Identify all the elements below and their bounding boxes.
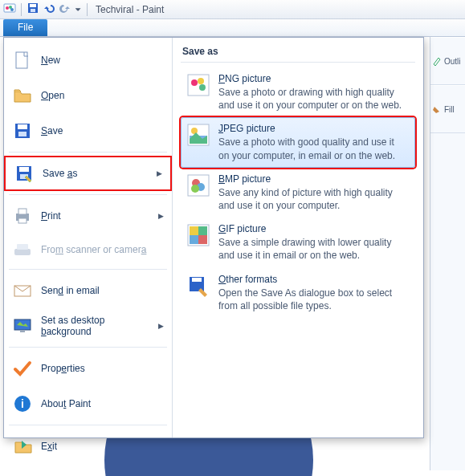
new-icon	[12, 50, 33, 71]
svg-rect-18	[17, 244, 28, 250]
submenu-arrow-icon: ▶	[157, 169, 162, 177]
svg-rect-21	[20, 330, 25, 332]
svg-rect-6	[31, 9, 35, 12]
svg-point-34	[191, 185, 199, 193]
menu-label: Exit	[41, 441, 57, 452]
app-icon	[3, 2, 16, 17]
menu-item-about[interactable]: i About Paint	[4, 386, 172, 421]
format-title: GIF picture	[218, 223, 403, 234]
file-menu-list: New Open Save Save as ▶	[4, 38, 173, 437]
menu-item-new[interactable]: New	[4, 43, 172, 78]
format-other[interactable]: Other formats Open the Save As dialogue …	[181, 268, 415, 318]
svg-point-3	[10, 8, 14, 11]
menu-label: Properties	[41, 363, 85, 374]
svg-rect-39	[198, 235, 207, 244]
separator	[9, 194, 167, 195]
menu-item-save[interactable]: Save	[4, 113, 172, 148]
svg-rect-7	[16, 52, 27, 68]
svg-rect-38	[190, 235, 198, 244]
window-title: Techviral - Paint	[92, 4, 164, 15]
png-icon	[186, 73, 210, 97]
redo-icon[interactable]	[59, 2, 71, 17]
svg-rect-9	[18, 124, 27, 129]
menu-item-properties[interactable]: Properties	[4, 351, 172, 386]
other-formats-icon	[186, 274, 210, 298]
file-menu-panel: New Open Save Save as ▶	[3, 37, 424, 438]
format-desc: Save a photo or drawing with high qualit…	[218, 86, 403, 112]
menu-item-print[interactable]: Print ▶	[4, 198, 172, 234]
separator	[21, 3, 22, 16]
separator	[87, 3, 88, 16]
bmp-icon	[186, 173, 210, 197]
menu-item-open[interactable]: Open	[4, 78, 172, 113]
menu-item-desktop-bg[interactable]: Set as desktop background ▶	[4, 308, 172, 344]
svg-rect-41	[192, 278, 202, 282]
format-png[interactable]: PNG picture Save a photo or drawing with…	[181, 67, 415, 117]
save-disk-icon	[12, 120, 33, 141]
svg-point-25	[191, 79, 198, 86]
menu-item-save-as[interactable]: Save as ▶	[4, 156, 172, 191]
format-title: PNG picture	[218, 73, 403, 84]
format-bmp[interactable]: BMP picture Save any kind of picture wit…	[181, 168, 415, 218]
format-desc: Save a photo with good quality and use i…	[218, 136, 403, 161]
svg-point-26	[198, 78, 204, 84]
menu-label: From scanner or camera	[41, 244, 146, 255]
save-as-header: Save as	[181, 43, 415, 63]
svg-rect-36	[190, 226, 198, 235]
menu-label: About Paint	[41, 398, 91, 409]
tab-file[interactable]: File	[3, 19, 47, 36]
svg-rect-5	[30, 4, 36, 7]
menu-item-scan: From scanner or camera	[4, 234, 172, 266]
format-desc: Save any kind of picture with high quali…	[218, 186, 403, 212]
svg-rect-17	[14, 249, 31, 255]
email-icon	[12, 280, 33, 301]
svg-rect-16	[18, 218, 27, 223]
info-icon: i	[12, 393, 33, 414]
menu-label: Print	[41, 210, 61, 222]
gif-icon	[186, 223, 210, 247]
ribbon-tabstrip: File	[0, 19, 465, 37]
save-as-icon	[14, 163, 35, 184]
check-icon	[12, 358, 33, 379]
menu-item-exit[interactable]: Exit	[4, 429, 172, 464]
format-desc: Open the Save As dialogue box to select …	[218, 287, 403, 312]
menu-label: Open	[41, 90, 64, 101]
svg-text:i: i	[21, 397, 24, 410]
separator	[9, 152, 167, 153]
menu-label: Set as desktop background	[41, 315, 150, 337]
save-as-submenu: Save as PNG picture Save a photo or draw…	[173, 38, 423, 437]
menu-label: Save	[41, 125, 63, 136]
jpeg-icon	[186, 123, 210, 147]
ribbon-peek: Outli Fill	[430, 37, 465, 470]
undo-icon[interactable]	[43, 2, 55, 17]
format-gif[interactable]: GIF picture Save a simple drawing with l…	[181, 218, 415, 267]
menu-item-email[interactable]: Send in email	[4, 273, 172, 308]
format-title: JPEG picture	[218, 123, 403, 134]
format-jpeg[interactable]: JPEG picture Save a photo with good qual…	[181, 117, 415, 167]
format-title: BMP picture	[218, 173, 403, 185]
submenu-arrow-icon: ▶	[158, 322, 164, 330]
ribbon-outline-label: Outli	[444, 57, 461, 66]
separator	[9, 269, 167, 270]
exit-icon	[12, 436, 33, 457]
ribbon-fill[interactable]: Fill	[430, 85, 465, 133]
print-icon	[12, 205, 33, 226]
menu-label: Save as	[43, 168, 77, 179]
quick-access-toolbar: ⏷ Techviral - Paint	[0, 0, 465, 19]
submenu-arrow-icon: ▶	[158, 212, 164, 220]
scanner-icon	[12, 239, 33, 260]
separator	[9, 425, 167, 425]
save-icon[interactable]	[27, 2, 39, 17]
format-desc: Save a simple drawing with lower quality…	[218, 236, 403, 262]
svg-rect-24	[188, 75, 209, 96]
ribbon-outline[interactable]: Outli	[430, 37, 465, 85]
svg-point-27	[199, 84, 206, 91]
svg-point-1	[6, 6, 9, 10]
format-title: Other formats	[218, 274, 403, 285]
desktop-icon	[12, 315, 33, 336]
svg-rect-15	[18, 209, 27, 214]
customize-qat-icon[interactable]: ⏷	[75, 6, 82, 14]
menu-label: Send in email	[41, 285, 100, 296]
open-icon	[12, 85, 33, 106]
svg-rect-10	[18, 132, 27, 136]
